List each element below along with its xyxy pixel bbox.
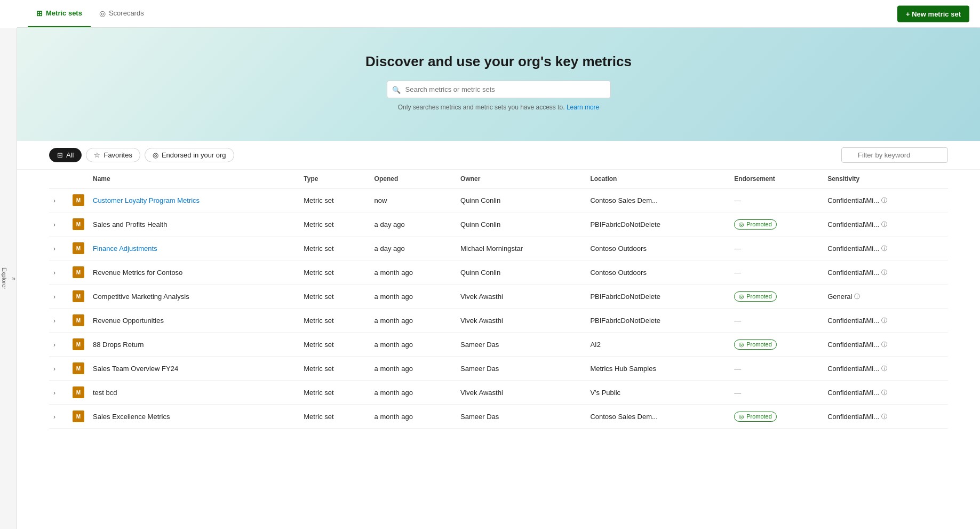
row-sensitivity-cell: Confidential\Mi...ⓘ <box>823 236 948 260</box>
col-sensitivity[interactable]: Sensitivity <box>823 170 948 188</box>
metric-set-icon: M <box>73 266 84 278</box>
filter-keyword-input[interactable] <box>841 147 948 163</box>
info-icon[interactable]: ⓘ <box>881 196 887 204</box>
expand-icon[interactable]: › <box>53 269 55 277</box>
info-icon[interactable]: ⓘ <box>881 389 887 397</box>
row-expand-cell[interactable]: › <box>49 285 68 309</box>
row-expand-cell[interactable]: › <box>49 405 68 429</box>
row-expand-cell[interactable]: › <box>49 212 68 236</box>
sensitivity-label: Confidential\Mi... <box>827 196 879 204</box>
info-icon[interactable]: ⓘ <box>881 341 887 349</box>
expand-icon[interactable]: › <box>53 245 55 252</box>
metric-set-icon: M <box>73 386 84 398</box>
filter-chip-all[interactable]: ⊞ All <box>49 148 82 162</box>
info-icon[interactable]: ⓘ <box>854 293 860 301</box>
col-location[interactable]: Location <box>586 170 730 188</box>
row-expand-cell[interactable]: › <box>49 309 68 333</box>
row-name-cell[interactable]: 88 Drops Return <box>89 333 299 357</box>
table-row: ›MCustomer Loyalty Program MetricsMetric… <box>49 188 948 212</box>
expand-icon[interactable]: › <box>53 221 55 228</box>
table-row: ›M88 Drops ReturnMetric seta month agoSa… <box>49 333 948 357</box>
expand-icon[interactable]: › <box>53 341 55 349</box>
row-icon-cell: M <box>68 260 89 285</box>
expand-icon[interactable]: › <box>53 197 55 204</box>
row-endorsement-cell: — <box>730 381 823 405</box>
row-sensitivity-cell: Confidential\Mi...ⓘ <box>823 333 948 357</box>
row-name-link[interactable]: Customer Loyalty Program Metrics <box>93 196 200 204</box>
row-name-cell[interactable]: test bcd <box>89 381 299 405</box>
no-endorsement: — <box>734 196 741 204</box>
row-name-cell[interactable]: Sales Team Overview FY24 <box>89 357 299 381</box>
row-expand-cell[interactable]: › <box>49 333 68 357</box>
row-expand-cell[interactable]: › <box>49 236 68 260</box>
table-header: Name Type Opened Owner Location Endorsem… <box>49 170 948 188</box>
row-type-cell: Metric set <box>299 188 370 212</box>
explorer-sidebar[interactable]: » Explorer <box>0 28 17 429</box>
filter-chip-endorsed[interactable]: ◎ Endorsed in your org <box>145 148 234 162</box>
row-icon-cell: M <box>68 405 89 429</box>
row-opened-cell: a month ago <box>370 333 456 357</box>
col-owner[interactable]: Owner <box>456 170 586 188</box>
col-expand <box>49 170 68 188</box>
tab-scorecards[interactable]: ◎ Scorecards <box>91 0 153 27</box>
row-opened-cell: a month ago <box>370 309 456 333</box>
tab-scorecards-label: Scorecards <box>109 9 144 17</box>
info-icon[interactable]: ⓘ <box>881 220 887 228</box>
sensitivity-label: Confidential\Mi... <box>827 317 879 325</box>
all-chip-icon: ⊞ <box>57 151 63 159</box>
row-name-link[interactable]: Finance Adjustments <box>93 244 157 252</box>
learn-more-link[interactable]: Learn more <box>567 104 599 111</box>
filter-chip-favorites[interactable]: ☆ Favorites <box>86 148 140 162</box>
row-name-cell[interactable]: Sales and Profits Health <box>89 212 299 236</box>
row-sensitivity-cell: Confidential\Mi...ⓘ <box>823 212 948 236</box>
row-owner-cell: Sameer Das <box>456 405 586 429</box>
row-name-cell[interactable]: Customer Loyalty Program Metrics <box>89 188 299 212</box>
metric-set-icon: M <box>73 362 84 374</box>
metric-set-icon: M <box>73 242 84 254</box>
row-sensitivity-cell: Confidential\Mi...ⓘ <box>823 260 948 285</box>
search-input[interactable] <box>387 81 611 98</box>
info-icon[interactable]: ⓘ <box>881 413 887 421</box>
col-type[interactable]: Type <box>299 170 370 188</box>
row-name-cell[interactable]: Competitive Marketing Analysis <box>89 285 299 309</box>
info-icon[interactable]: ⓘ <box>881 269 887 277</box>
expand-icon[interactable]: › <box>53 317 55 325</box>
col-endorsement[interactable]: Endorsement <box>730 170 823 188</box>
endorsed-chip-icon: ◎ <box>153 151 158 159</box>
row-location-cell: V's Public <box>586 381 730 405</box>
row-name-cell[interactable]: Finance Adjustments <box>89 236 299 260</box>
row-expand-cell[interactable]: › <box>49 260 68 285</box>
row-name-cell[interactable]: Revenue Metrics for Contoso <box>89 260 299 285</box>
info-icon[interactable]: ⓘ <box>881 317 887 325</box>
row-name-text: test bcd <box>93 389 117 397</box>
col-opened[interactable]: Opened <box>370 170 456 188</box>
row-name-cell[interactable]: Sales Excellence Metrics <box>89 405 299 429</box>
row-location-cell: Contoso Sales Dem... <box>586 188 730 212</box>
expand-icon[interactable]: › <box>53 293 55 301</box>
promoted-badge: ◎Promoted <box>734 339 777 350</box>
row-location-cell: Contoso Outdoors <box>586 260 730 285</box>
row-expand-cell[interactable]: › <box>49 188 68 212</box>
expand-icon[interactable]: › <box>53 413 55 421</box>
no-endorsement: — <box>734 244 741 252</box>
promoted-badge: ◎Promoted <box>734 291 777 302</box>
info-icon[interactable]: ⓘ <box>881 244 887 252</box>
favorites-chip-label: Favorites <box>103 151 132 159</box>
search-container: 🔍 <box>387 81 611 98</box>
row-expand-cell[interactable]: › <box>49 381 68 405</box>
no-endorsement: — <box>734 389 741 397</box>
expand-icon[interactable]: › <box>53 365 55 373</box>
col-name[interactable]: Name <box>89 170 299 188</box>
row-expand-cell[interactable]: › <box>49 357 68 381</box>
tab-metric-sets[interactable]: ⊞ Metric sets <box>28 0 91 27</box>
row-name-text: Sales and Profits Health <box>93 220 167 228</box>
info-icon[interactable]: ⓘ <box>881 365 887 373</box>
row-opened-cell: a month ago <box>370 260 456 285</box>
new-metric-set-button[interactable]: + New metric set <box>897 5 969 22</box>
row-opened-cell: now <box>370 188 456 212</box>
expand-icon[interactable]: › <box>53 389 55 397</box>
row-opened-cell: a month ago <box>370 381 456 405</box>
row-owner-cell: Quinn Conlin <box>456 188 586 212</box>
row-name-cell[interactable]: Revenue Opportunities <box>89 309 299 333</box>
row-endorsement-cell: ◎Promoted <box>730 405 823 429</box>
